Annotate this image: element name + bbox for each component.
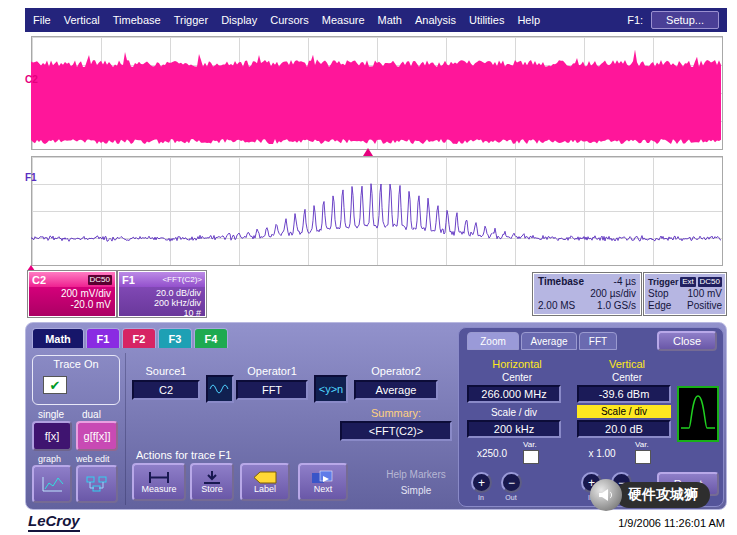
label-button[interactable]: Label [240,463,290,501]
vertical-zoom-factor: x 1.00 [577,448,627,459]
graph-button[interactable] [32,465,72,503]
web-edit-button[interactable] [76,465,118,503]
average-operator-icon: <y>n [314,375,348,403]
menu-cursors[interactable]: Cursors [270,14,309,26]
tab-f2[interactable]: F2 [122,328,156,348]
c2-coupling-badge: DC50 [88,275,112,285]
tab-fft[interactable]: FFT [579,332,617,350]
dual-label: dual [82,409,101,420]
c2-waveform [31,36,721,148]
horizontal-scale-field[interactable]: 200 kHz [467,420,561,438]
trace-on-checkbox[interactable]: ✔ [43,376,67,394]
trigger-coupling-badge: DC50 [698,277,722,287]
timebase-samples: 2.00 MS [538,300,575,312]
vertical-center-label: Center [577,372,677,383]
trigger-slope: Positive [687,300,722,312]
store-button-label: Store [201,484,223,494]
trace-preview-icon [679,388,717,440]
menu-analysis[interactable]: Analysis [415,14,456,26]
menu-math[interactable]: Math [378,14,402,26]
source1-label: Source1 [132,365,200,377]
f1-descriptor-subtitle: <FFT(C2)> [162,275,202,284]
store-button[interactable]: Store [190,463,234,501]
horizontal-zoom-out-button[interactable]: − [501,472,522,493]
operator1-label: Operator1 [236,365,308,377]
horizontal-section-title: Horizontal [467,358,567,370]
f1-descriptor-title: F1 [122,274,135,286]
next-icon [311,470,335,484]
horizontal-var-checkbox[interactable] [523,450,539,464]
menu-measure[interactable]: Measure [322,14,365,26]
timebase-title: Timebase [538,276,584,288]
watermark-text: 硬件攻城狮 [616,482,710,508]
trigger-position-marker-icon[interactable] [363,148,373,156]
next-button-label: Next [314,484,333,494]
oscilloscope-screen: File Vertical Timebase Trigger Display C… [0,0,737,535]
gfx-button[interactable]: g[f[x]] [76,421,118,451]
vertical-center-field[interactable]: -39.6 dBm [577,385,671,403]
menu-trigger[interactable]: Trigger [174,14,208,26]
menu-utilities[interactable]: Utilities [469,14,504,26]
timebase-offset: -4 µs [614,276,636,288]
source1-field[interactable]: C2 [132,380,200,400]
source-waveform-icon [206,375,234,403]
tab-f4[interactable]: F4 [194,328,228,348]
tab-zoom[interactable]: Zoom [467,332,519,350]
vertical-section-title: Vertical [577,358,677,370]
vertical-var-label: Var. [635,440,655,449]
timebase-scale: 200 µs/div [590,288,636,300]
trace-preview-thumbnail [677,386,719,442]
f1-hzdiv-value: 200 kHz/div [123,298,201,308]
next-button[interactable]: Next [298,463,348,501]
waveform-display: C2 F1 [25,32,727,269]
graph-label: graph [38,454,61,464]
fx-button[interactable]: f[x] [32,421,72,451]
vertical-var-checkbox[interactable] [635,450,651,464]
menu-display[interactable]: Display [221,14,257,26]
horizontal-center-label: Center [467,372,567,383]
web-edit-label: web edit [76,454,110,464]
horizontal-zoom-in-label: In [469,494,493,501]
web-edit-icon [85,475,109,493]
menu-vertical[interactable]: Vertical [64,14,100,26]
measure-icon [147,471,171,484]
store-icon [202,471,222,484]
measure-button[interactable]: Measure [132,463,186,501]
tab-average[interactable]: Average [521,332,577,350]
horizontal-zoom-factor: x250.0 [467,448,517,459]
vertical-scale-field[interactable]: 20.0 dB [577,420,671,438]
timebase-rate: 1.0 GS/s [597,300,636,312]
label-button-label: Label [254,484,276,494]
single-label: single [38,409,64,420]
horizontal-scale-label: Scale / div [467,407,561,418]
tab-math[interactable]: Math [32,328,84,348]
tab-f3[interactable]: F3 [158,328,192,348]
help-markers-value[interactable]: Simple [378,485,454,496]
tab-f1[interactable]: F1 [86,328,120,348]
timebase-descriptor-box[interactable]: Timebase -4 µs 200 µs/div 2.00 MS 1.0 GS… [533,273,641,315]
menu-help[interactable]: Help [517,14,540,26]
menu-file[interactable]: File [33,14,51,26]
f1-descriptor-box[interactable]: F1 <FFT(C2)> 20.0 dB/div 200 kHz/div 10 … [118,271,206,317]
lecroy-logo: LeCroy [28,512,80,532]
megaphone-icon [590,479,622,511]
setup-button[interactable]: Setup... [651,11,719,29]
left-divider [125,353,126,505]
c2-vdiv-value: 200 mV/div [33,288,111,299]
c2-descriptor-box[interactable]: C2 DC50 200 mV/div -20.0 mV [28,271,116,317]
horizontal-zoom-in-button[interactable]: + [471,472,492,493]
trigger-type: Edge [648,300,671,312]
f1-sweeps-value: 10 # [123,308,201,317]
menu-timebase[interactable]: Timebase [113,14,161,26]
close-button[interactable]: Close [657,331,717,351]
horizontal-center-field[interactable]: 266.000 MHz [467,385,561,403]
watermark: 硬件攻城狮 [590,479,710,511]
trigger-descriptor-box[interactable]: Trigger Ext DC50 Stop 100 mV Edge Positi… [644,273,726,315]
operator2-field[interactable]: Average [354,380,438,400]
timestamp: 1/9/2006 11:26:01 AM [585,517,725,529]
operator1-field[interactable]: FFT [236,380,308,400]
vertical-scale-label-selected[interactable]: Scale / div [577,405,671,418]
menu-f1-indicator: F1: [627,14,643,26]
horizontal-zoom-out-label: Out [499,494,523,501]
c2-offset-value: -20.0 mV [33,299,111,310]
